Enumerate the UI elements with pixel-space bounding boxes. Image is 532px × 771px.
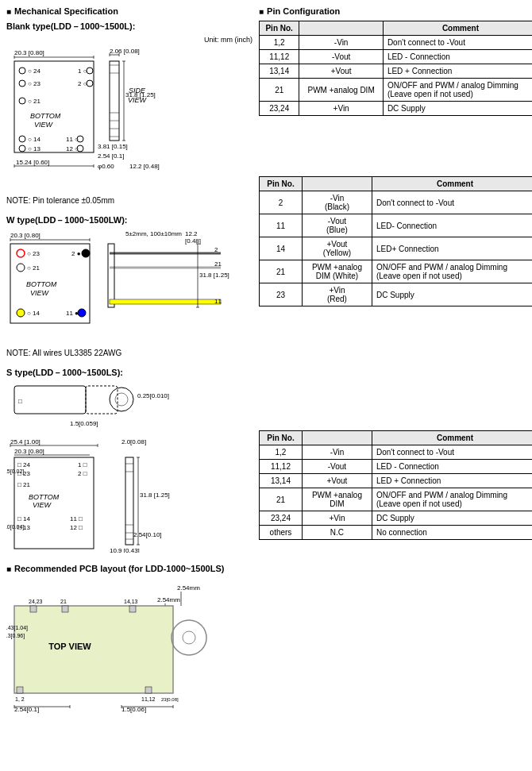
svg-text:10.9 [0.43]: 10.9 [0.43] [110,547,140,553]
pin-no: 23,24 [260,511,303,526]
pin-comment: DC Supply [383,102,532,116]
svg-text:1 □: 1 □ [78,461,87,468]
svg-text:2 ○: 2 ○ [78,80,87,87]
svg-rect-134 [17,687,23,693]
pin-no: 21 [260,488,303,511]
svg-point-84 [110,387,133,411]
pcb-diagram: 2.54mm 2.54mm 24,23 21 14,13 TOP VIE [6,578,253,715]
svg-text:0.5[0.02]: 0.5[0.02] [6,468,24,475]
pin-no: 1,2 [260,36,299,50]
table-row: 1,2 -Vin Don't connect to -Vout [260,36,533,50]
svg-text:2: 2 [214,246,218,253]
table-row: 23 +Vin(Red) DC Supply [260,283,533,306]
pin-no: others [260,526,303,540]
svg-text:TOP VIEW: TOP VIEW [48,642,91,651]
svg-point-85 [115,393,128,406]
w-type-svg: 20.3 [0.80] ○ 23 2 ● ○ 21 BOTTOM [6,229,237,345]
table-row: 13,14 +Vout LED + Connection [260,474,533,488]
svg-text:20.3 [0.80]: 20.3 [0.80] [10,232,40,239]
blank-type-title: Blank type(LDD－1000~1500L): [6,21,253,33]
mech-spec-header: Mechanical Specification [6,6,253,16]
svg-rect-82 [86,386,118,414]
svg-rect-126 [14,606,173,693]
col-pin-fn [302,177,372,191]
table-row: 23,24 +Vin DC Supply [260,511,533,526]
pin-fn: PWM +analog DIM [299,79,384,102]
w-type-pin-table: Pin No. Comment 2 -Vin(Black) Don't conn… [259,176,532,306]
svg-text:2.54 [0.1]: 2.54 [0.1] [98,152,124,160]
w-type-title: W type(LDD－1000~1500LW): [6,214,253,226]
pcb-section: Recommended PCB layout (for LDD-1000~150… [6,564,253,715]
pin-fn: +Vout(Yellow) [302,237,372,260]
svg-point-65 [78,309,86,317]
svg-text:31.8 [1.25]: 31.8 [1.25] [199,272,229,279]
pin-fn: -Vout [302,460,372,474]
svg-rect-136 [145,687,152,693]
pin-comment: ON/OFF and PWM / analog Dimming(Leave op… [383,79,532,102]
svg-point-138 [172,620,206,655]
svg-point-17 [19,136,25,142]
svg-point-57 [82,249,90,257]
s-type-pin-table: Pin No. Comment 1,2 -Vin Don't connect t… [259,430,532,540]
col-pin-fn [299,21,384,36]
table-row: 14 +Vout(Yellow) LED+ Connection [260,237,533,260]
blank-type-svg: 20.3 [0.80] ○ 24 1 ○ ○ 23 2 ○ [6,45,237,192]
pin-fn: +Vout [302,474,372,488]
svg-rect-127 [30,606,37,612]
pin-no: 23 [260,283,303,306]
pin-fn: +Vin [299,102,384,116]
svg-text:2.0[0.08]: 2.0[0.08] [121,438,146,445]
unit-label: Unit: mm (inch) [6,36,253,44]
svg-text:5±2mm, 100±10mm: 5±2mm, 100±10mm [125,230,182,237]
svg-text:14,13: 14,13 [124,599,138,604]
s-type-section: S type(LDD－1000~1500LS): □ 0.25[0.010] 1… [6,367,253,554]
svg-text:VIEW: VIEW [34,121,54,129]
pin-comment: LED+ Connection [372,237,532,260]
table-row: 23,24 +Vin DC Supply [260,102,533,116]
pin-fn: PWM +analogDIM [302,488,372,511]
svg-rect-109 [125,457,133,545]
svg-point-13 [19,98,25,104]
table-row: 21 PWM +analog DIM ON/OFF and PWM / anal… [260,79,533,102]
table-row: 2 -Vin(Black) Don't connect to -Vout [260,191,533,214]
svg-text:0.25[0.010]: 0.25[0.010] [137,392,169,399]
page: Mechanical Specification Blank type(LDD－… [0,0,532,721]
pin-comment: Don't connect to -Vout [372,445,532,460]
svg-text:VIEW: VIEW [30,289,50,297]
svg-rect-131 [129,606,136,612]
svg-text:○ 14: ○ 14 [27,310,40,317]
pin-fn: +Vout [299,64,384,79]
svg-text:26.43[1.04]: 26.43[1.04] [6,625,28,631]
col-pin-fn [302,431,372,445]
pin-comment: DC Supply [372,511,532,526]
svg-text:12 □: 12 □ [70,524,83,531]
pin-fn: -Vout(Blue) [302,214,372,237]
svg-point-55 [17,249,25,257]
pin-comment: LED- Connection [372,214,532,237]
col-pin-no: Pin No. [260,177,303,191]
svg-text:○ 13: ○ 13 [28,145,41,152]
spacer2 [259,319,532,430]
svg-rect-75 [110,299,221,304]
blank-type-pin-table: Pin No. Comment 1,2 -Vin Don't connect t… [259,21,532,116]
s-type-diagram: □ 0.25[0.010] 1.5[0.059] 25.4 [1.00] [6,382,253,554]
svg-text:VIEW: VIEW [33,501,52,509]
blank-type-diagram: 20.3 [0.80] ○ 24 1 ○ ○ 23 2 ○ [6,45,253,194]
svg-rect-81 [14,386,86,414]
blank-type-section: Blank type(LDD－1000~1500L): Unit: mm (in… [6,21,253,205]
pin-no: 2 [260,191,303,214]
pin-no: 13,14 [260,64,299,79]
svg-text:φ0.60: φ0.60 [98,163,114,170]
svg-text:□: □ [18,398,22,405]
svg-text:2.54[0.10]: 2.54[0.10] [133,531,162,538]
svg-text:2.06 [0.08]: 2.06 [0.08] [110,48,140,55]
svg-text:21: 21 [214,260,222,268]
table-row: 21 PWM +analogDIM (White) ON/OFF and PWM… [260,260,533,283]
svg-point-9 [19,80,25,87]
svg-text:21: 21 [60,599,67,604]
svg-text:20.3 [0.80]: 20.3 [0.80] [14,49,44,56]
pin-fn: -Vin [302,445,372,460]
table-row: 11,12 -Vout LED - Connection [260,460,533,474]
pin-no: 14 [260,237,303,260]
pin-fn: +Vin(Red) [302,283,372,306]
